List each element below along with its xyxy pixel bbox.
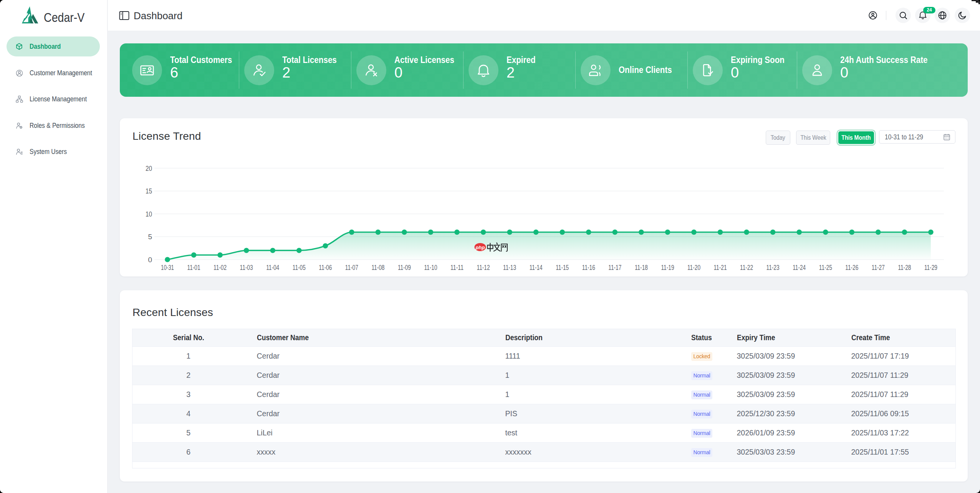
svg-text:11-09: 11-09 — [398, 264, 411, 271]
svg-text:10-31: 10-31 — [161, 264, 174, 271]
svg-text:11-16: 11-16 — [582, 264, 595, 271]
svg-text:5: 5 — [148, 233, 152, 241]
svg-text:11-18: 11-18 — [635, 264, 648, 271]
svg-text:0: 0 — [148, 256, 152, 264]
svg-text:11-20: 11-20 — [687, 264, 700, 271]
svg-text:11-25: 11-25 — [819, 264, 832, 271]
svg-text:11-22: 11-22 — [740, 264, 753, 271]
svg-text:10: 10 — [146, 210, 152, 218]
svg-text:11-19: 11-19 — [661, 264, 674, 271]
svg-text:11-08: 11-08 — [371, 264, 384, 271]
svg-text:11-01: 11-01 — [187, 264, 200, 271]
svg-text:11-06: 11-06 — [319, 264, 332, 271]
svg-text:11-02: 11-02 — [214, 264, 227, 271]
svg-text:11-03: 11-03 — [240, 264, 253, 271]
svg-text:11-23: 11-23 — [766, 264, 780, 271]
svg-text:11-11: 11-11 — [450, 264, 464, 271]
svg-text:11-14: 11-14 — [530, 264, 543, 271]
svg-text:15: 15 — [146, 187, 152, 195]
svg-text:11-07: 11-07 — [345, 264, 358, 271]
svg-text:11-21: 11-21 — [714, 264, 727, 271]
svg-text:11-10: 11-10 — [424, 264, 437, 271]
svg-text:11-05: 11-05 — [293, 264, 306, 271]
svg-text:11-27: 11-27 — [872, 264, 885, 271]
svg-text:11-15: 11-15 — [556, 264, 569, 271]
svg-text:20: 20 — [146, 164, 152, 172]
svg-text:11-26: 11-26 — [845, 264, 858, 271]
svg-text:11-29: 11-29 — [924, 264, 937, 271]
svg-text:11-17: 11-17 — [608, 264, 621, 271]
svg-text:11-13: 11-13 — [503, 264, 516, 271]
svg-text:11-12: 11-12 — [477, 264, 490, 271]
svg-text:11-04: 11-04 — [266, 264, 279, 271]
svg-text:11-28: 11-28 — [898, 264, 911, 271]
svg-text:php: php — [475, 245, 485, 250]
svg-text:11-24: 11-24 — [793, 264, 806, 271]
